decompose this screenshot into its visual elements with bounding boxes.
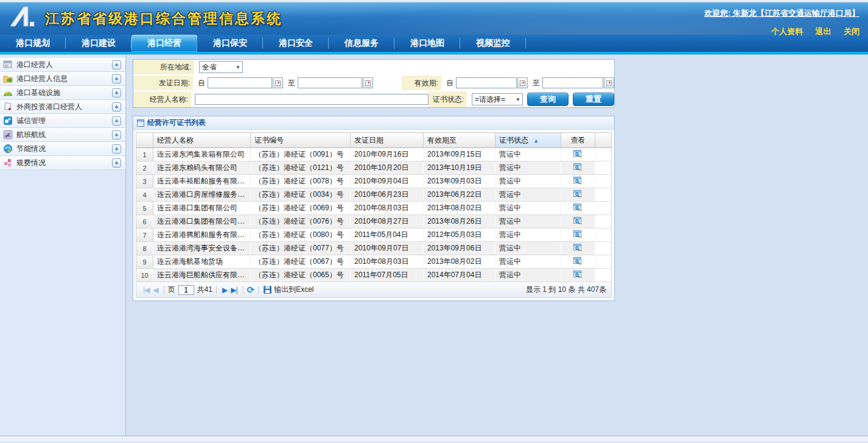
cell-cert-no: （苏连）港经证（0034）号 bbox=[251, 188, 351, 202]
valid-to-input[interactable] bbox=[542, 77, 603, 88]
cell-cert-no: （苏连）港经证（0077）号 bbox=[251, 242, 351, 255]
nav-tab-port-construction[interactable]: 港口建设 bbox=[66, 35, 131, 52]
reset-button[interactable]: 重置 bbox=[573, 93, 614, 106]
column-header-issue-date[interactable]: 发证日期 bbox=[351, 133, 424, 148]
issue-from-calendar-button[interactable] bbox=[273, 77, 283, 88]
cell-issue-date: 2011年05月04日 bbox=[351, 229, 424, 242]
table-row[interactable]: 10 连云港海巨船舶供应有限公司 （苏连）港经证（0065）号 2011年07月… bbox=[136, 269, 612, 282]
table-row[interactable]: 4 连云港港口房屋维修服务公司 （苏连）港经证（0034）号 2010年06月2… bbox=[136, 188, 612, 202]
column-header-label: 证书状态 bbox=[499, 136, 528, 144]
region-select-value: 全省 bbox=[202, 62, 217, 73]
nav-tab-port-planning[interactable]: 港口规划 bbox=[0, 35, 66, 52]
page-title: 江苏省省级港口综合管理信息系统 bbox=[45, 9, 282, 28]
view-cert-button[interactable] bbox=[561, 255, 595, 269]
view-magnifier-icon bbox=[573, 149, 583, 158]
nav-tab-port-operation[interactable]: 港口经营 bbox=[131, 35, 197, 52]
table-row[interactable]: 2 连云港东粮码头有限公司 （苏连）港经证（0121）号 2010年10月20日… bbox=[136, 161, 612, 175]
cell-valid-until: 2013年06月22日 bbox=[424, 188, 495, 202]
view-cert-button[interactable] bbox=[561, 202, 595, 215]
view-cert-button[interactable] bbox=[561, 161, 595, 175]
valid-from-input[interactable] bbox=[456, 77, 517, 88]
cell-cert-no: （苏连）港经证（0080）号 bbox=[251, 229, 351, 242]
row-number: 8 bbox=[136, 242, 153, 255]
page-input[interactable] bbox=[178, 285, 194, 295]
issue-to-input[interactable] bbox=[298, 77, 362, 88]
column-header-cert-no[interactable]: 证书编号 bbox=[251, 133, 351, 148]
logout-link[interactable]: 退出 bbox=[816, 27, 831, 36]
nav-tab-port-map[interactable]: 港口地图 bbox=[394, 35, 460, 52]
sidebar-item-operator-info[interactable]: 港口经营人信息 + bbox=[0, 72, 125, 86]
valid-to-calendar-button[interactable] bbox=[604, 77, 614, 88]
to-label: 至 bbox=[288, 78, 295, 88]
cert-status-select[interactable]: =请选择= ▼ bbox=[472, 93, 523, 105]
cell-status: 营运中 bbox=[495, 242, 561, 255]
refresh-button[interactable]: ⟳ bbox=[247, 285, 255, 296]
expand-button[interactable]: + bbox=[112, 144, 121, 154]
sidebar-item-infrastructure[interactable]: 港口基础设施 + bbox=[0, 86, 125, 100]
view-cert-button[interactable] bbox=[561, 175, 595, 188]
issue-to-calendar-button[interactable] bbox=[363, 77, 373, 88]
cell-operator-name: 连云港海巨船舶供应有限公司 bbox=[153, 269, 251, 282]
table-row[interactable]: 7 连云港港腾船舶服务有限公司 （苏连）港经证（0080）号 2011年05月0… bbox=[136, 229, 612, 242]
table-row[interactable]: 9 连云港海航基地货场 （苏连）港经证（0067）号 2010年08月03日 2… bbox=[136, 255, 612, 269]
cell-status: 营运中 bbox=[495, 255, 561, 269]
table-row[interactable]: 8 连云港港湾海事安全设备有限... （苏连）港经证（0077）号 2010年0… bbox=[136, 242, 612, 255]
nav-tab-video-monitoring[interactable]: 视频监控 bbox=[460, 35, 526, 52]
cell-valid-until: 2013年08月26日 bbox=[424, 215, 495, 229]
issue-from-input[interactable] bbox=[208, 77, 272, 88]
expand-button[interactable]: + bbox=[112, 88, 121, 97]
column-header-operator-name[interactable]: 经营人名称 bbox=[153, 133, 251, 148]
view-cert-button[interactable] bbox=[561, 215, 595, 229]
close-link[interactable]: 关闭 bbox=[844, 27, 859, 36]
divider bbox=[216, 286, 217, 294]
view-cert-button[interactable] bbox=[561, 148, 595, 161]
nav-tab-information-service[interactable]: 信息服务 bbox=[329, 35, 394, 52]
sidebar-item-integrity[interactable]: 诚信管理 + bbox=[0, 114, 125, 128]
export-excel-button[interactable]: 输出到Excel bbox=[274, 285, 313, 295]
table-row[interactable]: 1 连云港东鸿集装箱有限公司 （苏连）港经证（0091）号 2010年09月16… bbox=[136, 148, 612, 161]
view-cert-button[interactable] bbox=[561, 242, 595, 255]
cell-operator-name: 连云港港口集团有限公司轮驳... bbox=[153, 215, 251, 229]
sidebar-item-flight-routes[interactable]: 航班航线 + bbox=[0, 128, 125, 142]
search-panel: 所在地域: 全省 ▼ 发证日期: 自 至 bbox=[133, 59, 615, 108]
valid-from-calendar-button[interactable] bbox=[517, 77, 528, 88]
view-cert-button[interactable] bbox=[561, 188, 595, 202]
sidebar-item-fees[interactable]: 规费情况 + bbox=[0, 156, 125, 170]
query-button[interactable]: 查询 bbox=[527, 93, 569, 106]
sidebar-item-foreign-investment[interactable]: 外商投资港口经营人 + bbox=[0, 100, 125, 114]
sidebar-item-label: 规费情况 bbox=[16, 158, 112, 168]
sidebar-item-energy[interactable]: 节能情况 + bbox=[0, 142, 125, 156]
column-header-valid-until[interactable]: 有效期至 bbox=[424, 133, 495, 148]
cell-valid-until: 2014年07月04日 bbox=[424, 269, 495, 282]
row-number: 3 bbox=[136, 175, 153, 188]
expand-button[interactable]: + bbox=[112, 60, 121, 69]
sidebar-item-port-operator[interactable]: 港口经营人 + bbox=[0, 58, 125, 72]
view-cert-button[interactable] bbox=[561, 269, 595, 282]
operator-name-input[interactable] bbox=[195, 94, 429, 105]
main-content: 所在地域: 全省 ▼ 发证日期: 自 至 bbox=[126, 55, 868, 436]
expand-button[interactable]: + bbox=[112, 158, 121, 168]
nav-tab-port-safety[interactable]: 港口安全 bbox=[263, 35, 329, 52]
table-row[interactable]: 5 连云港港口集团有限公司 （苏连）港经证（0069）号 2010年08月03日… bbox=[136, 202, 612, 215]
region-select[interactable]: 全省 ▼ bbox=[199, 61, 243, 73]
first-page-button[interactable]: |◀ bbox=[143, 286, 149, 294]
expand-button[interactable]: + bbox=[112, 74, 121, 83]
expand-button[interactable]: + bbox=[112, 130, 121, 140]
table-row[interactable]: 6 连云港港口集团有限公司轮驳... （苏连）港经证（0076）号 2010年0… bbox=[136, 215, 612, 229]
calendar-icon bbox=[606, 80, 612, 86]
table-row[interactable]: 3 连云港丰裕船舶服务有限公司 （苏连）港经证（0078）号 2010年09月0… bbox=[136, 175, 612, 188]
last-page-button[interactable]: ▶| bbox=[231, 286, 237, 294]
column-header-row-number bbox=[136, 133, 153, 148]
cell-cert-no: （苏连）港经证（0065）号 bbox=[251, 269, 351, 282]
next-page-button[interactable]: ▶ bbox=[222, 286, 227, 294]
profile-link[interactable]: 个人资料 bbox=[771, 27, 803, 36]
column-header-cert-status[interactable]: 证书状态 ▲ bbox=[495, 133, 561, 148]
view-cert-button[interactable] bbox=[561, 229, 595, 242]
expand-button[interactable]: + bbox=[112, 102, 121, 112]
nav-tab-port-security[interactable]: 港口保安 bbox=[197, 35, 263, 52]
cell-issue-date: 2010年09月16日 bbox=[351, 148, 424, 161]
calendar-icon bbox=[275, 80, 281, 86]
expand-button[interactable]: + bbox=[112, 116, 121, 126]
total-pages-label: 共41 bbox=[197, 285, 212, 295]
prev-page-button[interactable]: ◀ bbox=[153, 286, 158, 294]
